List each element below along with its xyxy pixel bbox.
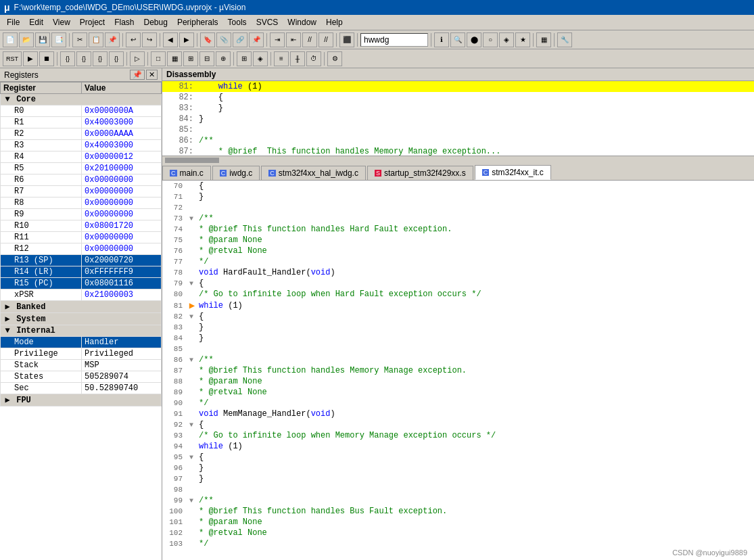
code-line-76: 76 * @retval None xyxy=(162,246,754,256)
step-over-btn[interactable]: {} xyxy=(76,51,91,66)
logic-btn[interactable]: ◈ xyxy=(253,51,268,66)
code-line-102: 102 * @retval None xyxy=(162,528,754,538)
menu-tools[interactable]: Tools xyxy=(224,16,251,28)
comment-btn[interactable]: // xyxy=(302,32,317,47)
dbg-win-btn[interactable]: □ xyxy=(151,51,166,66)
setup-btn[interactable]: ⚙ xyxy=(327,51,342,66)
dbg4-btn[interactable]: ★ xyxy=(515,32,530,47)
menu-flash[interactable]: Flash xyxy=(110,16,138,28)
fold-icon[interactable]: ▼ xyxy=(189,421,193,429)
uncomment-btn[interactable]: // xyxy=(319,32,333,47)
save-btn[interactable]: 💾 xyxy=(35,32,50,47)
code-editor[interactable]: 70 { 71 } 72 73 ▼ /** 74 * @brief This f… xyxy=(162,181,754,560)
line-number: 97 xyxy=(162,475,187,483)
unindent-btn[interactable]: ⇤ xyxy=(286,32,301,47)
dbg-src-btn[interactable]: ⊞ xyxy=(183,51,198,66)
bookmark2-btn[interactable]: 📎 xyxy=(216,32,231,47)
sep7 xyxy=(357,33,358,47)
fold-icon[interactable]: ▼ xyxy=(189,215,193,223)
menu-debug[interactable]: Debug xyxy=(140,16,172,28)
nav-fwd-btn[interactable]: ▶ xyxy=(179,32,194,47)
cut-btn[interactable]: ✂ xyxy=(72,32,87,47)
line-content: { xyxy=(197,452,754,462)
reg-pin-btn[interactable]: 📌 xyxy=(130,70,145,80)
new-btn[interactable]: 📄 xyxy=(3,32,18,47)
stat-btn[interactable]: ╫ xyxy=(290,51,305,66)
menu-view[interactable]: View xyxy=(49,16,74,28)
menu-window[interactable]: Window xyxy=(283,16,321,28)
fold-icon[interactable]: ▼ xyxy=(189,454,193,461)
code-line-100: 100 * @brief This function handles Bus F… xyxy=(162,506,754,517)
tab-it-c[interactable]: C stm32f4xx_it.c xyxy=(475,165,551,180)
disasm-scrollbar[interactable] xyxy=(162,156,754,164)
menu-edit[interactable]: Edit xyxy=(25,16,47,28)
dbg3-btn[interactable]: ◈ xyxy=(499,32,514,47)
line-content: { xyxy=(197,420,754,429)
indent-btn[interactable]: ⇥ xyxy=(270,32,285,47)
undo-btn[interactable]: ↩ xyxy=(126,32,141,47)
info-btn[interactable]: ℹ xyxy=(434,32,449,47)
code-line-75: 75 * @param None xyxy=(162,235,754,246)
line-content: while (1) xyxy=(197,301,754,310)
line-marker: ▼ xyxy=(187,215,197,223)
menu-peripherals[interactable]: Peripherals xyxy=(173,16,222,28)
code-line-91: 91 void MemManage_Handler(void) xyxy=(162,409,754,419)
fold-icon[interactable]: ▼ xyxy=(189,497,193,505)
code-line-95: 95 ▼ { xyxy=(162,452,754,463)
redo-btn[interactable]: ↪ xyxy=(142,32,157,47)
perf-btn[interactable]: ≡ xyxy=(274,51,289,66)
fold-icon[interactable]: ▼ xyxy=(189,313,193,321)
reg-section-fpu[interactable]: ▶ FPU xyxy=(1,394,162,406)
sep10 xyxy=(554,33,555,47)
dbg2-btn[interactable]: ○ xyxy=(483,32,498,47)
line-number: 81 xyxy=(162,302,187,310)
tab-startup-s[interactable]: S startup_stm32f429xx.s xyxy=(367,166,473,180)
tools-btn[interactable]: 🔧 xyxy=(557,32,572,47)
stop-btn[interactable]: ⏹ xyxy=(39,51,54,66)
reg-section-internal[interactable]: ▼ Internal xyxy=(1,325,162,337)
save-all-btn[interactable]: 📑 xyxy=(51,32,66,47)
tab-hal-iwdg-c[interactable]: C stm32f4xx_hal_iwdg.c xyxy=(261,166,366,180)
time-btn[interactable]: ⏱ xyxy=(306,51,321,66)
search-btn[interactable]: 🔍 xyxy=(450,32,465,47)
reg-row: R80x00000000 xyxy=(1,197,162,209)
copy-btn[interactable]: 📋 xyxy=(89,32,103,47)
dbg-mem-btn[interactable]: ▦ xyxy=(167,51,182,66)
reg-section-banked[interactable]: ▶ Banked xyxy=(1,301,162,313)
rst-btn[interactable]: RST xyxy=(3,51,22,66)
step-out-btn[interactable]: {} xyxy=(93,51,108,66)
menu-svcs[interactable]: SVCS xyxy=(252,16,283,28)
menu-file[interactable]: File xyxy=(3,16,24,28)
window-btn[interactable]: ▦ xyxy=(536,32,551,47)
paste-btn[interactable]: 📌 xyxy=(105,32,120,47)
reg-section-system[interactable]: ▶ System xyxy=(1,313,162,325)
window-title: F:\work\temp_code\IWDG_DEmo\USER\IWDG.uv… xyxy=(14,3,246,12)
reg-row: R30x40003000 xyxy=(1,140,162,151)
bookmark4-btn[interactable]: 📌 xyxy=(249,32,264,47)
open-btn[interactable]: 📂 xyxy=(19,32,34,47)
bookmark-btn[interactable]: 🔖 xyxy=(200,32,215,47)
fold-icon[interactable]: ▼ xyxy=(189,356,193,364)
tab-main-c[interactable]: C main.c xyxy=(162,166,211,180)
dbg1-btn[interactable]: ⬤ xyxy=(467,32,481,47)
build-btn[interactable]: ⬛ xyxy=(339,32,354,47)
disasm-scroll-thumb[interactable] xyxy=(165,158,219,163)
dbg-bp-btn[interactable]: ⊕ xyxy=(216,51,231,66)
dbg-sym-btn[interactable]: ⊟ xyxy=(199,51,214,66)
target-input[interactable]: hwwdg xyxy=(360,33,428,47)
dbg-run-btn[interactable]: ▷ xyxy=(130,51,145,66)
reg-close-btn[interactable]: ✕ xyxy=(146,70,158,80)
bookmark3-btn[interactable]: 🔗 xyxy=(233,32,248,47)
menu-project[interactable]: Project xyxy=(76,16,109,28)
nav-back-btn[interactable]: ◀ xyxy=(163,32,178,47)
step-in-btn[interactable]: {} xyxy=(60,51,75,66)
line-number: 94 xyxy=(162,442,187,450)
step-btn[interactable]: {} xyxy=(109,51,124,66)
view-btn[interactable]: ⊞ xyxy=(237,51,252,66)
menu-help[interactable]: Help xyxy=(322,16,347,28)
run-btn[interactable]: ▶ xyxy=(23,51,38,66)
reg-section-core[interactable]: ▼ Core xyxy=(1,94,162,106)
fold-icon[interactable]: ▼ xyxy=(189,280,193,287)
tab-iwdg-c[interactable]: C iwdg.c xyxy=(212,166,260,180)
tabs-bar: C main.c C iwdg.c C stm32f4xx_hal_iwdg.c… xyxy=(162,164,754,181)
